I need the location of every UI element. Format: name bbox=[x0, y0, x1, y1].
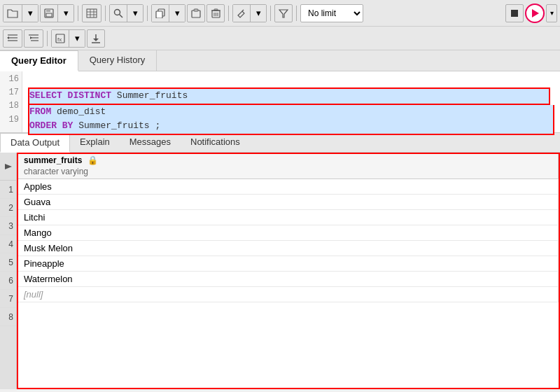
svg-point-8 bbox=[115, 9, 120, 15]
code-editor: 16 17 18 19 SELECT DISTINCT Summer_fruit… bbox=[0, 71, 560, 133]
data-table-wrapper: summer_fruits 🔒 character varying Apples… bbox=[17, 153, 560, 389]
row-num-8: 8 bbox=[0, 308, 16, 326]
play-icon bbox=[532, 9, 539, 18]
column-header-summer-fruits: summer_fruits 🔒 character varying bbox=[18, 154, 559, 179]
row-num-4: 4 bbox=[0, 235, 16, 253]
tab-query-history[interactable]: Query History bbox=[78, 50, 157, 71]
macro-button[interactable]: fx bbox=[52, 30, 69, 47]
edit-button[interactable] bbox=[233, 5, 250, 22]
stop-icon bbox=[511, 10, 518, 17]
table-row: Watermelon bbox=[18, 272, 559, 287]
indent-left-button[interactable] bbox=[3, 29, 22, 48]
indent-right-button[interactable] bbox=[24, 29, 43, 48]
paste-button[interactable] bbox=[187, 4, 205, 22]
macro-btn-group[interactable]: fx ▾ bbox=[51, 29, 85, 48]
svg-marker-21 bbox=[279, 10, 288, 18]
editor-tabs: Query Editor Query History bbox=[0, 50, 560, 71]
table-row: Apples bbox=[18, 179, 559, 195]
code-line-17: SELECT DISTINCT Summer_fruits bbox=[28, 88, 550, 105]
svg-marker-35 bbox=[5, 164, 12, 169]
find-dropdown[interactable]: ▾ bbox=[127, 5, 143, 22]
save-dropdown[interactable]: ▾ bbox=[58, 5, 74, 22]
divider7 bbox=[47, 31, 48, 46]
table-row: [null] bbox=[18, 287, 559, 302]
data-output-area: 1 2 3 4 5 6 7 8 summer_fruits 🔒 characte… bbox=[0, 153, 560, 389]
code-line-16 bbox=[28, 73, 554, 88]
svg-rect-16 bbox=[214, 9, 218, 10]
data-table: summer_fruits 🔒 character varying Apples… bbox=[18, 154, 559, 302]
delete-button[interactable] bbox=[206, 4, 225, 22]
line-numbers: 16 17 18 19 bbox=[0, 71, 22, 132]
code-content[interactable]: SELECT DISTINCT Summer_fruits FROM demo_… bbox=[22, 71, 560, 132]
svg-line-20 bbox=[242, 10, 244, 11]
divider5 bbox=[270, 6, 271, 21]
find-btn-group[interactable]: ▾ bbox=[109, 4, 144, 22]
divider2 bbox=[105, 6, 106, 21]
cell-null: [null] bbox=[18, 287, 559, 302]
divider1 bbox=[78, 6, 78, 21]
edit-dropdown[interactable]: ▾ bbox=[251, 5, 266, 22]
tab-messages[interactable]: Messages bbox=[120, 133, 181, 152]
tab-data-output[interactable]: Data Output bbox=[0, 133, 70, 153]
edit-btn-group[interactable]: ▾ bbox=[232, 4, 267, 22]
copy-button[interactable] bbox=[152, 5, 169, 22]
no-limit-select[interactable]: No limit 100 500 1000 bbox=[300, 4, 363, 22]
copy-btn-group[interactable]: ▾ bbox=[151, 4, 186, 22]
svg-marker-29 bbox=[30, 36, 32, 39]
open-btn-group[interactable]: ▾ bbox=[3, 4, 38, 22]
tab-query-editor[interactable]: Query Editor bbox=[0, 50, 78, 71]
row-number-column: 1 2 3 4 5 6 7 8 bbox=[0, 153, 17, 389]
save-button[interactable] bbox=[41, 5, 57, 22]
grid-button[interactable] bbox=[82, 4, 102, 22]
tab-explain[interactable]: Explain bbox=[70, 133, 120, 152]
svg-rect-1 bbox=[46, 9, 50, 12]
save-btn-group[interactable]: ▾ bbox=[40, 4, 74, 22]
divider6 bbox=[296, 6, 297, 21]
table-row: Guava bbox=[18, 195, 559, 210]
filter-button[interactable] bbox=[274, 4, 293, 22]
row-num-header bbox=[0, 153, 16, 181]
row-num-3: 3 bbox=[0, 217, 16, 235]
code-line-18: FROM demo_dist bbox=[28, 105, 554, 120]
output-tabs: Data Output Explain Messages Notificatio… bbox=[0, 133, 560, 153]
open-button[interactable] bbox=[4, 5, 22, 22]
tab-notifications[interactable]: Notifications bbox=[181, 133, 250, 152]
toolbar-row2: fx ▾ bbox=[0, 27, 560, 50]
cell-watermelon: Watermelon bbox=[18, 272, 559, 287]
find-button[interactable] bbox=[110, 5, 127, 22]
more-dropdown-button[interactable]: ▾ bbox=[546, 4, 557, 22]
stop-button[interactable] bbox=[505, 4, 524, 22]
download-button[interactable] bbox=[87, 29, 105, 48]
cell-litchi: Litchi bbox=[18, 210, 559, 225]
svg-rect-11 bbox=[156, 11, 162, 18]
cell-pineapple: Pineapple bbox=[18, 256, 559, 272]
copy-dropdown[interactable]: ▾ bbox=[169, 5, 185, 22]
svg-rect-13 bbox=[194, 9, 198, 11]
code-line-19: ORDER BY Summer_fruits ; bbox=[28, 119, 554, 135]
svg-line-9 bbox=[120, 14, 123, 18]
table-row: Pineapple bbox=[18, 256, 559, 272]
svg-rect-3 bbox=[87, 9, 97, 18]
row-num-5: 5 bbox=[0, 253, 16, 272]
svg-rect-2 bbox=[46, 13, 52, 17]
cell-musk-melon: Musk Melon bbox=[18, 241, 559, 256]
table-row: Musk Melon bbox=[18, 241, 559, 256]
toolbar-row1: ▾ ▾ ▾ ▾ bbox=[0, 0, 560, 27]
cell-guava: Guava bbox=[18, 195, 559, 210]
row-num-2: 2 bbox=[0, 199, 16, 217]
divider3 bbox=[147, 6, 148, 21]
row-num-1: 1 bbox=[0, 181, 16, 199]
table-row: Mango bbox=[18, 225, 559, 241]
divider4 bbox=[228, 6, 229, 21]
run-button[interactable] bbox=[525, 4, 545, 23]
macro-dropdown[interactable]: ▾ bbox=[69, 30, 85, 47]
table-row: Litchi bbox=[18, 210, 559, 225]
svg-marker-25 bbox=[7, 36, 9, 39]
svg-text:fx: fx bbox=[57, 36, 62, 43]
svg-marker-33 bbox=[93, 38, 99, 41]
row-num-7: 7 bbox=[0, 290, 16, 308]
cell-apples: Apples bbox=[18, 179, 559, 195]
cell-mango: Mango bbox=[18, 225, 559, 241]
row-num-6: 6 bbox=[0, 272, 16, 290]
open-dropdown[interactable]: ▾ bbox=[22, 5, 38, 22]
